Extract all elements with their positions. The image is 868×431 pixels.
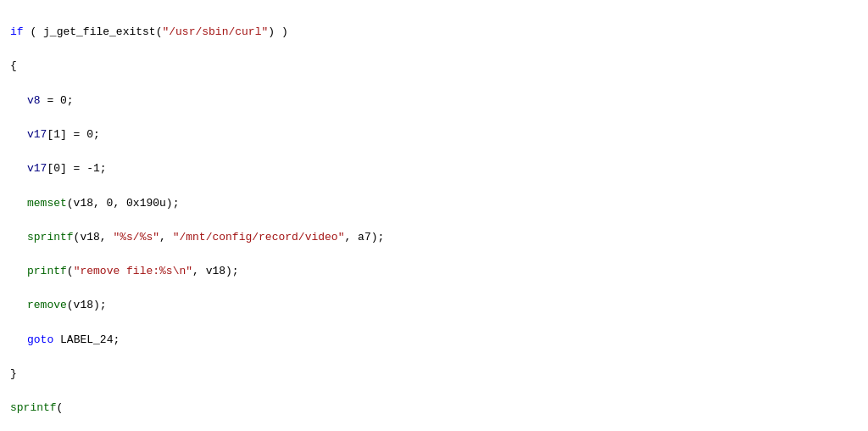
code-line: remove(v18); (10, 297, 858, 314)
code-line: v17[0] = -1; (10, 160, 858, 177)
code-line: memset(v18, 0, 0x190u); (10, 195, 858, 212)
code-line: sprintf(v18, "%s/%s", "/mnt/config/recor… (10, 229, 858, 246)
code-line: } (10, 366, 858, 383)
code-line: v17[1] = 0; (10, 126, 858, 143)
code-line: if ( j_get_file_exitst("/usr/sbin/curl")… (10, 24, 858, 41)
code-line: goto LABEL_24; (10, 332, 858, 349)
code-line: sprintf( (10, 400, 858, 417)
code-line: { (10, 58, 858, 75)
code-line: printf("remove file:%s\n", v18); (10, 263, 858, 280)
code-line: v8 = 0; (10, 92, 858, 109)
code-viewer: if ( j_get_file_exitst("/usr/sbin/curl")… (10, 7, 858, 431)
